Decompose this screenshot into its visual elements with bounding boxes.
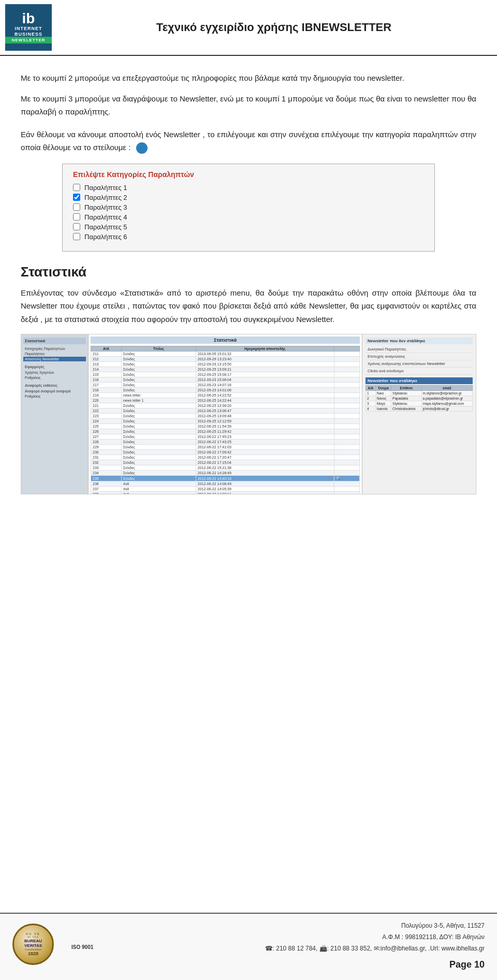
logo-text: INTERNET BUSINESS [14, 26, 42, 37]
table-row: 230Σελιδες2012-06-22 17:09:42 [91, 450, 360, 455]
checkbox-label-1: Παραλήπτες 1 [84, 184, 127, 192]
col-aa: Α/Α [91, 346, 122, 352]
screenshot-sidebar: Στατιστικά Κατηγορίες Παραληπτών Παραλήπ… [21, 334, 89, 494]
ss-stat-time: Χρόνος ανάγνωσης επισπεύσεων Newsletter [366, 360, 473, 368]
rcol-name: Όνομα [375, 386, 391, 391]
checkbox-list: Παραλήπτες 1 Παραλήπτες 2 Παραλήπτες 3 Π… [73, 184, 424, 241]
bureau-veritas-logo: AU VE RI TAS BUREAU VERITAS Certificatio… [12, 924, 54, 965]
footer-logo-area: AU VE RI TAS BUREAU VERITAS Certificatio… [12, 924, 59, 970]
footer-contact: Πολυγύρου 3-5, Αθήνα, 11527 Α.Φ.Μ : 9981… [98, 920, 485, 973]
ss-sidebar-item-active: Αποστολη Newsletter [23, 357, 86, 361]
rcol-surname: Επίθετο [391, 386, 421, 391]
table-row: 227Σελιδες2012-06-22 17:45:23 [91, 434, 360, 440]
bv-year: 1828 [28, 951, 38, 956]
instruction-row: Εάν θέλουμε να κάνουμε αποστολή ενός New… [21, 128, 476, 154]
table-row: 217Σελιδες2012-09-23 14:07:16 [91, 383, 360, 388]
ss-sent-label: Newsletter που στάλθηκε [366, 377, 473, 384]
statistics-title: Στατιστικά [21, 264, 476, 280]
footer-address: Πολυγύρου 3-5, Αθήνα, 11527 [98, 920, 485, 932]
page-title: Τεχνικό εγχειρίδιο χρήσης IBNEWSLETTER [61, 21, 487, 34]
ss-sidebar-item: Χρήστες Χρηστών [23, 370, 86, 375]
col-date: Ημερομηνία αποστολής [196, 346, 334, 352]
rcol-aa: Α/Α [366, 386, 376, 391]
ss-stat-recipients: Δυνητικοί Παραλήπτες [366, 346, 473, 353]
ss-sidebar-item: Αναφορά αναφορά αναφορά [23, 389, 86, 393]
checkbox-4[interactable] [73, 213, 80, 221]
table-row: 214Σελιδες2012-09-25 13:09:21 [91, 367, 360, 372]
table-row: 212Σελιδες2012-09-29 13:23:40 [91, 357, 360, 362]
ss-section-label: Αναφορές εκθέσεις [23, 383, 86, 388]
table-row: 229Σελιδες2012-06-22 17:41:03 [91, 445, 360, 450]
table-row: 211Σελιδες2013-06-05 15:01:32 [91, 352, 360, 357]
table-row: 216Σελιδες2012-09-23 15:06:04 [91, 377, 360, 383]
bv-text-veritas: VERITAS [24, 943, 42, 948]
table-row: 2364x82012-06-22 14:08:49 [91, 481, 360, 487]
recipients-table: Α/Α Όνομα Επίθετο email 1ΝικαStykianoum.… [366, 385, 473, 412]
table-row: 223Σελιδες2012-09-25 13:09:48 [91, 414, 360, 419]
checkbox-6[interactable] [73, 233, 80, 240]
page-footer: AU VE RI TAS BUREAU VERITAS Certificatio… [0, 913, 497, 980]
footer-contact-line: ☎: 210 88 12 784, 📠: 210 88 33 852, ✉:in… [98, 943, 485, 955]
checkbox-row-3[interactable]: Παραλήπτες 3 [73, 203, 424, 211]
footer-afm: Α.Φ.Μ : 998192118, ΔΟΥ: ΙΒ Αθηνών [98, 932, 485, 943]
table-row: 2384x82012-06-22 14:30:11 [91, 492, 360, 494]
list-item: 4ΙoannisChristodouletocjchristo@dtrust.g… [366, 406, 473, 412]
ss-sidebar-item: Ρυθμίσεις [23, 375, 86, 380]
checkbox-row-6[interactable]: Παραλήπτες 6 [73, 233, 424, 241]
checkbox-5[interactable] [73, 223, 80, 230]
page-number: Page 10 [98, 956, 485, 973]
checkbox-label-3: Παραλήπτες 3 [84, 203, 127, 211]
table-row: 220news letter 12012-06-25 14:22:44 [91, 398, 360, 403]
paragraph-1: Με το κουμπί 2 μπορούμε να επεξεργαστούμ… [21, 71, 476, 85]
checkbox-3[interactable] [73, 203, 80, 211]
col-action [334, 346, 359, 352]
table-row: 234Σελιδες2012-06-22 14:28:49 [91, 471, 360, 476]
table-row: 222Σελιδες2012-06-25 13:06:47 [91, 408, 360, 414]
ss-sidebar-item: Ρυθμίσεις [23, 394, 86, 399]
ss-table-title: Στατιστικά [91, 337, 360, 344]
checkbox-label-5: Παραλήπτες 5 [84, 223, 127, 231]
table-row: 215Σελιδες2012-09-25 15:08:17 [91, 372, 360, 377]
statistics-screenshot: Στατιστικά Κατηγορίες Παραληπτών Παραλήπ… [21, 334, 476, 494]
checkbox-row-4[interactable]: Παραλήπτες 4 [73, 213, 424, 221]
checkbox-row-2[interactable]: Παραλήπτες 2 [73, 194, 424, 201]
screenshot-main-table: Στατιστικά Α/Α Τίτλος Ημερομηνία αποστολ… [89, 334, 362, 494]
table-row: 233Σελιδες2012-06-22 15:21:38 [91, 465, 360, 471]
table-row: 213Σελιδες2012-09-29 13:15:50 [91, 362, 360, 367]
main-content: Με το κουμπί 2 μπορούμε να επεξεργαστούμ… [0, 56, 497, 520]
instruction-text: Εάν θέλουμε να κάνουμε αποστολή ενός New… [21, 128, 476, 154]
table-row: 231Σελιδες2012-06-22 17:20:47 [91, 455, 360, 460]
logo-ib: ib [22, 11, 35, 26]
statistics-table: Α/Α Τίτλος Ημερομηνία αποστολής 211Σελιδ… [91, 346, 360, 494]
table-row: 226Σελιδες2012-06-25 11:29:42 [91, 429, 360, 434]
ss-stat-clicks: Clicks ανά σύνδεσμο [366, 368, 473, 375]
ss-section-label: Εφαρμογές [23, 364, 86, 369]
col-title: Τίτλος [121, 346, 196, 352]
checkbox-row-1[interactable]: Παραλήπτες 1 [73, 184, 424, 192]
ss-sidebar-item: Παραλήπτες [23, 352, 86, 356]
ss-stat-reads: Επιτυχείς αναγνώσεις [366, 353, 473, 360]
checkbox-2[interactable] [73, 194, 80, 201]
checkbox-1[interactable] [73, 184, 80, 191]
statistics-paragraph: Επιλέγοντας τον σύνδεσμο «Στατιστικά» απ… [21, 286, 476, 326]
table-row: 218Σελιδες2012-09-23 14:01:06 [91, 388, 360, 393]
checkbox-label-6: Παραλήπτες 6 [84, 233, 127, 241]
category-selection-box: Επιλέψτε Κατηγορίες Παραληπτών Παραλήπτε… [62, 164, 435, 252]
logo-bar: NEWSLETTER [5, 37, 52, 43]
footer-left-text: ISO 9001 [71, 944, 93, 950]
checkbox-row-5[interactable]: Παραλήπτες 5 [73, 223, 424, 231]
bv-text-main: BUREAU [24, 939, 42, 943]
ss-sidebar-title: Στατιστικά [23, 338, 86, 344]
ss-sidebar-item: Κατηγορίες Παραληπτών [23, 346, 86, 351]
iso-label: ISO 9001 [71, 944, 93, 950]
list-item: 3ΜαγαStykianoumaya.stylianou@gmail.com [366, 401, 473, 406]
list-item: 1ΝικαStykianoum.stylianov@elprashon.gr [366, 391, 473, 396]
table-row-highlighted: 235Σελιδες2012-06-22 14:40:19🔍 [91, 476, 360, 481]
rcol-email: email [421, 386, 473, 391]
page-header: ib INTERNET BUSINESS NEWSLETTER Τεχνικό … [0, 0, 497, 56]
list-item: 2ΝανοςPapadakisa.papadakis@elprashon.gr [366, 396, 473, 401]
table-row: 2374x82012-06-22 14:05:39 [91, 487, 360, 492]
table-row: 225Σελιδες2012-06-25 11:54:39 [91, 424, 360, 429]
table-row: 224Σελιδες2012-09-25 12:12:59 [91, 419, 360, 424]
checkbox-label-2: Παραλήπτες 2 [84, 194, 127, 201]
